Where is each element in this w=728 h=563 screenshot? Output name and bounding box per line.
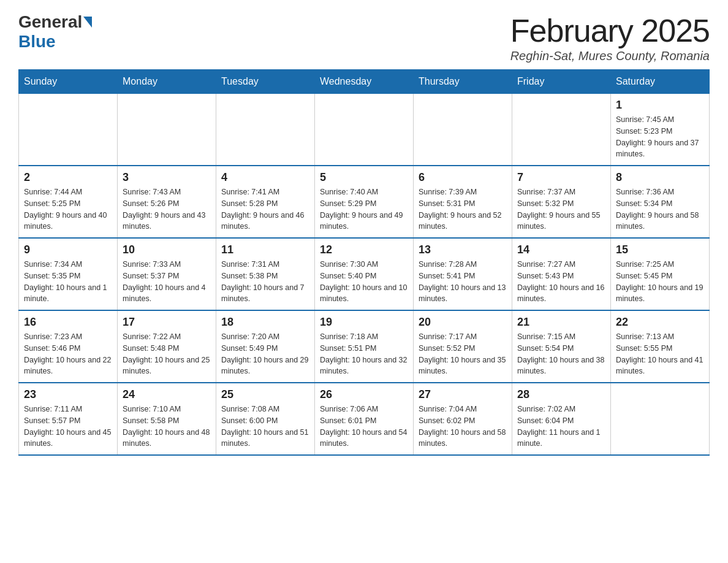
day-number: 22 xyxy=(616,316,704,329)
month-title: February 2025 xyxy=(510,12,710,49)
day-number: 14 xyxy=(517,243,605,256)
day-number: 5 xyxy=(320,171,408,184)
calendar-day-cell: 12Sunrise: 7:30 AM Sunset: 5:40 PM Dayli… xyxy=(315,238,414,310)
day-info: Sunrise: 7:43 AM Sunset: 5:26 PM Dayligh… xyxy=(123,186,211,232)
day-info: Sunrise: 7:37 AM Sunset: 5:32 PM Dayligh… xyxy=(517,186,605,232)
calendar-day-cell xyxy=(512,94,611,166)
day-of-week-header: Sunday xyxy=(19,70,118,94)
day-number: 6 xyxy=(419,171,507,184)
calendar-table: SundayMondayTuesdayWednesdayThursdayFrid… xyxy=(18,69,710,456)
day-number: 17 xyxy=(123,316,211,329)
calendar-day-cell: 20Sunrise: 7:17 AM Sunset: 5:52 PM Dayli… xyxy=(414,310,512,383)
calendar-day-cell: 13Sunrise: 7:28 AM Sunset: 5:41 PM Dayli… xyxy=(414,238,512,310)
day-info: Sunrise: 7:23 AM Sunset: 5:46 PM Dayligh… xyxy=(24,331,112,377)
calendar-day-cell: 24Sunrise: 7:10 AM Sunset: 5:58 PM Dayli… xyxy=(118,383,216,455)
calendar-day-cell: 16Sunrise: 7:23 AM Sunset: 5:46 PM Dayli… xyxy=(19,310,118,383)
calendar-day-cell: 19Sunrise: 7:18 AM Sunset: 5:51 PM Dayli… xyxy=(315,310,414,383)
day-info: Sunrise: 7:22 AM Sunset: 5:48 PM Dayligh… xyxy=(123,331,211,377)
calendar-day-cell: 14Sunrise: 7:27 AM Sunset: 5:43 PM Dayli… xyxy=(512,238,611,310)
day-of-week-header: Wednesday xyxy=(315,70,414,94)
calendar-day-cell: 17Sunrise: 7:22 AM Sunset: 5:48 PM Dayli… xyxy=(118,310,216,383)
calendar-day-cell: 22Sunrise: 7:13 AM Sunset: 5:55 PM Dayli… xyxy=(611,310,710,383)
day-number: 4 xyxy=(221,171,309,184)
calendar-day-cell xyxy=(216,94,315,166)
day-number: 3 xyxy=(123,171,211,184)
calendar-day-cell: 7Sunrise: 7:37 AM Sunset: 5:32 PM Daylig… xyxy=(512,166,611,238)
logo-arrow-icon xyxy=(83,17,92,28)
calendar-day-cell: 3Sunrise: 7:43 AM Sunset: 5:26 PM Daylig… xyxy=(118,166,216,238)
day-number: 20 xyxy=(419,316,507,329)
day-number: 8 xyxy=(616,171,704,184)
day-info: Sunrise: 7:41 AM Sunset: 5:28 PM Dayligh… xyxy=(221,186,309,232)
day-info: Sunrise: 7:34 AM Sunset: 5:35 PM Dayligh… xyxy=(24,259,112,305)
day-info: Sunrise: 7:04 AM Sunset: 6:02 PM Dayligh… xyxy=(419,404,507,450)
location-subtitle: Reghin-Sat, Mures County, Romania xyxy=(510,49,710,63)
calendar-day-cell: 23Sunrise: 7:11 AM Sunset: 5:57 PM Dayli… xyxy=(19,383,118,455)
day-info: Sunrise: 7:18 AM Sunset: 5:51 PM Dayligh… xyxy=(320,331,408,377)
calendar-day-cell: 6Sunrise: 7:39 AM Sunset: 5:31 PM Daylig… xyxy=(414,166,512,238)
calendar-day-cell: 15Sunrise: 7:25 AM Sunset: 5:45 PM Dayli… xyxy=(611,238,710,310)
calendar-day-cell: 28Sunrise: 7:02 AM Sunset: 6:04 PM Dayli… xyxy=(512,383,611,455)
calendar-day-cell: 18Sunrise: 7:20 AM Sunset: 5:49 PM Dayli… xyxy=(216,310,315,383)
day-info: Sunrise: 7:36 AM Sunset: 5:34 PM Dayligh… xyxy=(616,186,704,232)
day-info: Sunrise: 7:20 AM Sunset: 5:49 PM Dayligh… xyxy=(221,331,309,377)
calendar-week-row: 16Sunrise: 7:23 AM Sunset: 5:46 PM Dayli… xyxy=(19,310,710,383)
calendar-day-cell: 26Sunrise: 7:06 AM Sunset: 6:01 PM Dayli… xyxy=(315,383,414,455)
day-number: 26 xyxy=(320,388,408,401)
title-block: February 2025 Reghin-Sat, Mures County, … xyxy=(510,12,710,63)
day-number: 2 xyxy=(24,171,112,184)
day-number: 11 xyxy=(221,243,309,256)
day-info: Sunrise: 7:40 AM Sunset: 5:29 PM Dayligh… xyxy=(320,186,408,232)
day-number: 18 xyxy=(221,316,309,329)
calendar-week-row: 2Sunrise: 7:44 AM Sunset: 5:25 PM Daylig… xyxy=(19,166,710,238)
day-info: Sunrise: 7:06 AM Sunset: 6:01 PM Dayligh… xyxy=(320,404,408,450)
day-info: Sunrise: 7:17 AM Sunset: 5:52 PM Dayligh… xyxy=(419,331,507,377)
day-number: 13 xyxy=(419,243,507,256)
day-info: Sunrise: 7:10 AM Sunset: 5:58 PM Dayligh… xyxy=(123,404,211,450)
day-of-week-header: Friday xyxy=(512,70,611,94)
logo-general-text: General xyxy=(18,12,82,32)
day-of-week-header: Tuesday xyxy=(216,70,315,94)
day-number: 19 xyxy=(320,316,408,329)
calendar-day-cell: 1Sunrise: 7:45 AM Sunset: 5:23 PM Daylig… xyxy=(611,94,710,166)
day-info: Sunrise: 7:31 AM Sunset: 5:38 PM Dayligh… xyxy=(221,259,309,305)
calendar-day-cell xyxy=(19,94,118,166)
day-number: 10 xyxy=(123,243,211,256)
day-number: 23 xyxy=(24,388,112,401)
day-number: 24 xyxy=(123,388,211,401)
day-info: Sunrise: 7:13 AM Sunset: 5:55 PM Dayligh… xyxy=(616,331,704,377)
calendar-week-row: 1Sunrise: 7:45 AM Sunset: 5:23 PM Daylig… xyxy=(19,94,710,166)
day-info: Sunrise: 7:02 AM Sunset: 6:04 PM Dayligh… xyxy=(517,404,605,450)
day-info: Sunrise: 7:44 AM Sunset: 5:25 PM Dayligh… xyxy=(24,186,112,232)
day-number: 21 xyxy=(517,316,605,329)
logo-blue-text: Blue xyxy=(18,32,56,52)
day-info: Sunrise: 7:15 AM Sunset: 5:54 PM Dayligh… xyxy=(517,331,605,377)
day-number: 28 xyxy=(517,388,605,401)
calendar-week-row: 23Sunrise: 7:11 AM Sunset: 5:57 PM Dayli… xyxy=(19,383,710,455)
logo: General Blue xyxy=(18,12,93,52)
page-header: General Blue February 2025 Reghin-Sat, M… xyxy=(18,12,710,63)
calendar-day-cell: 4Sunrise: 7:41 AM Sunset: 5:28 PM Daylig… xyxy=(216,166,315,238)
calendar-day-cell: 5Sunrise: 7:40 AM Sunset: 5:29 PM Daylig… xyxy=(315,166,414,238)
day-info: Sunrise: 7:33 AM Sunset: 5:37 PM Dayligh… xyxy=(123,259,211,305)
calendar-day-cell: 2Sunrise: 7:44 AM Sunset: 5:25 PM Daylig… xyxy=(19,166,118,238)
calendar-day-cell: 27Sunrise: 7:04 AM Sunset: 6:02 PM Dayli… xyxy=(414,383,512,455)
day-number: 7 xyxy=(517,171,605,184)
day-of-week-header: Thursday xyxy=(414,70,512,94)
day-info: Sunrise: 7:25 AM Sunset: 5:45 PM Dayligh… xyxy=(616,259,704,305)
day-info: Sunrise: 7:28 AM Sunset: 5:41 PM Dayligh… xyxy=(419,259,507,305)
day-of-week-header: Saturday xyxy=(611,70,710,94)
day-info: Sunrise: 7:39 AM Sunset: 5:31 PM Dayligh… xyxy=(419,186,507,232)
day-info: Sunrise: 7:11 AM Sunset: 5:57 PM Dayligh… xyxy=(24,404,112,450)
day-info: Sunrise: 7:45 AM Sunset: 5:23 PM Dayligh… xyxy=(616,114,704,160)
calendar-day-cell: 8Sunrise: 7:36 AM Sunset: 5:34 PM Daylig… xyxy=(611,166,710,238)
day-number: 27 xyxy=(419,388,507,401)
day-info: Sunrise: 7:27 AM Sunset: 5:43 PM Dayligh… xyxy=(517,259,605,305)
day-number: 16 xyxy=(24,316,112,329)
calendar-week-row: 9Sunrise: 7:34 AM Sunset: 5:35 PM Daylig… xyxy=(19,238,710,310)
day-number: 12 xyxy=(320,243,408,256)
day-number: 9 xyxy=(24,243,112,256)
calendar-day-cell: 11Sunrise: 7:31 AM Sunset: 5:38 PM Dayli… xyxy=(216,238,315,310)
day-number: 25 xyxy=(221,388,309,401)
day-number: 1 xyxy=(616,99,704,112)
